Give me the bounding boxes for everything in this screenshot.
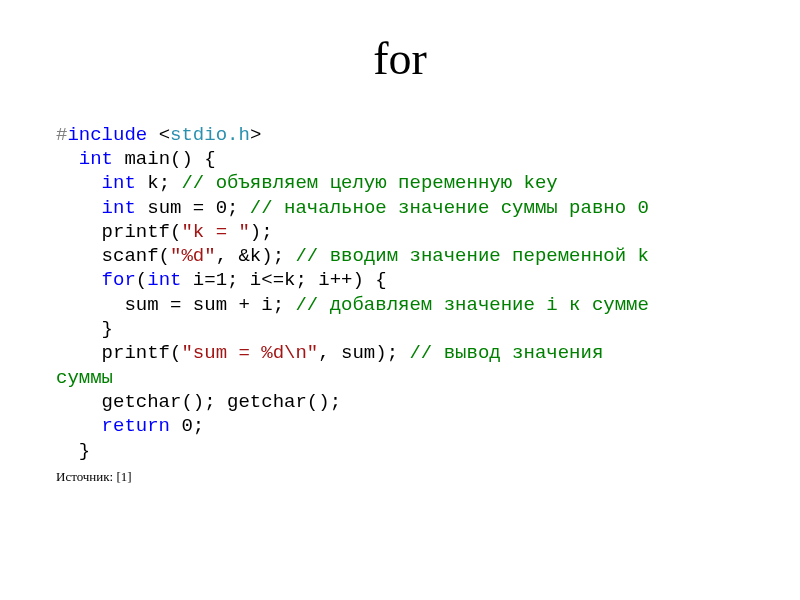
hash: #	[56, 124, 67, 146]
brace-close-2: }	[56, 440, 90, 462]
comment-sum: // добавляем значение i к сумме	[295, 294, 648, 316]
main-sig: main() {	[113, 148, 216, 170]
brace-close-1: }	[56, 318, 113, 340]
hdr-open: <	[147, 124, 170, 146]
comment-out-2: суммы	[56, 367, 113, 389]
source-citation: Источник: [1]	[56, 469, 744, 485]
sum-line: sum = sum + i;	[56, 294, 295, 316]
k-decl: k;	[136, 172, 182, 194]
str-d: "%d"	[170, 245, 216, 267]
scanf-close: , &k);	[216, 245, 296, 267]
kw-include: include	[67, 124, 147, 146]
sum-decl: sum = 0;	[136, 197, 250, 219]
comment-out: // вывод значения	[409, 342, 603, 364]
comment-init: // начальное значение суммы равно 0	[250, 197, 649, 219]
printf2-open: printf(	[56, 342, 181, 364]
hdr-close: >	[250, 124, 261, 146]
kw-return: return	[102, 415, 170, 437]
str-k: "k = "	[181, 221, 249, 243]
kw-int-4: int	[147, 269, 181, 291]
kw-int-3: int	[102, 197, 136, 219]
code-block: #include <stdio.h> int main() { int k; /…	[56, 123, 744, 463]
slide-title: for	[56, 34, 744, 85]
comment-key: // объявляем целую переменную key	[181, 172, 557, 194]
for-open: (	[136, 269, 147, 291]
scanf-open: scanf(	[56, 245, 170, 267]
ret-tail: 0;	[170, 415, 204, 437]
comment-scan: // вводим значение переменной k	[295, 245, 648, 267]
kw-int-2: int	[102, 172, 136, 194]
hdr-name: stdio.h	[170, 124, 250, 146]
str-out: "sum = %d\n"	[181, 342, 318, 364]
slide: for #include <stdio.h> int main() { int …	[0, 0, 800, 600]
printf1-close: );	[250, 221, 273, 243]
kw-for: for	[102, 269, 136, 291]
printf2-close: , sum);	[318, 342, 409, 364]
for-tail: i=1; i<=k; i++) {	[181, 269, 386, 291]
getchar-line: getchar(); getchar();	[56, 391, 341, 413]
printf1-open: printf(	[56, 221, 181, 243]
kw-int-1: int	[79, 148, 113, 170]
